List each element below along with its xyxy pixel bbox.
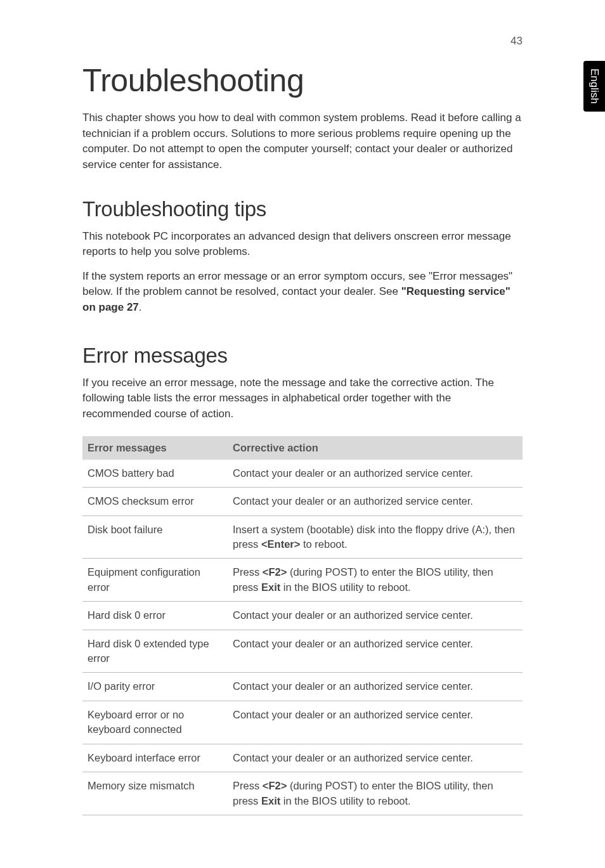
- error-name: Memory size mismatch: [82, 772, 228, 815]
- error-name: CMOS checksum error: [82, 488, 228, 515]
- key-name: <F2>: [263, 780, 287, 791]
- corrective-action: Contact your dealer or an authorized ser…: [228, 602, 523, 630]
- corrective-action: Contact your dealer or an authorized ser…: [228, 744, 523, 772]
- ui-label: Exit: [261, 581, 280, 593]
- corrective-action: Press <F2> (during POST) to enter the BI…: [228, 559, 523, 602]
- text-fragment: in the BIOS utility to reboot.: [280, 795, 410, 806]
- error-name: Hard disk 0 error: [82, 602, 228, 630]
- error-name: Equipment configuration error: [82, 559, 228, 602]
- key-name: <Enter>: [261, 538, 300, 550]
- error-name: Disk boot failure: [82, 515, 228, 559]
- key-name: <F2>: [263, 566, 287, 578]
- table-row: Keyboard interface error Contact your de…: [82, 744, 523, 772]
- error-name: Hard disk 0 extended type error: [82, 630, 228, 673]
- table-row: CMOS battery bad Contact your dealer or …: [82, 460, 523, 488]
- text-fragment: in the BIOS utility to reboot.: [280, 581, 410, 593]
- text-fragment: Press: [233, 780, 263, 791]
- table-row: Keyboard error or no keyboard connected …: [82, 701, 523, 744]
- corrective-action: Contact your dealer or an authorized ser…: [228, 630, 523, 673]
- table-row: CMOS checksum error Contact your dealer …: [82, 488, 523, 515]
- table-row: Equipment configuration error Press <F2>…: [82, 559, 523, 602]
- section-text: If you receive an error message, note th…: [82, 375, 523, 422]
- ui-label: Exit: [261, 795, 280, 806]
- page-number: 43: [511, 35, 523, 48]
- error-name: Keyboard error or no keyboard connected: [82, 701, 228, 744]
- text-fragment: Press: [233, 566, 263, 578]
- corrective-action: Insert a system (bootable) disk into the…: [228, 515, 523, 559]
- table-row: Disk boot failure Insert a system (boota…: [82, 515, 523, 559]
- table-header: Corrective action: [228, 436, 523, 460]
- text-fragment: to reboot.: [300, 538, 347, 550]
- language-tab: English: [583, 61, 605, 112]
- section-heading-error-messages: Error messages: [82, 344, 523, 368]
- error-name: CMOS battery bad: [82, 460, 228, 488]
- error-messages-table: Error messages Corrective action CMOS ba…: [82, 436, 523, 815]
- corrective-action: Contact your dealer or an authorized ser…: [228, 488, 523, 515]
- corrective-action: Contact your dealer or an authorized ser…: [228, 673, 523, 701]
- corrective-action: Contact your dealer or an authorized ser…: [228, 460, 523, 488]
- corrective-action: Press <F2> (during POST) to enter the BI…: [228, 772, 523, 815]
- table-row: Memory size mismatch Press <F2> (during …: [82, 772, 523, 815]
- error-name: I/O parity error: [82, 673, 228, 701]
- table-row: Hard disk 0 extended type error Contact …: [82, 630, 523, 673]
- section-heading-tips: Troubleshooting tips: [82, 197, 523, 221]
- error-name: Keyboard interface error: [82, 744, 228, 772]
- intro-paragraph: This chapter shows you how to deal with …: [82, 110, 523, 173]
- corrective-action: Contact your dealer or an authorized ser…: [228, 701, 523, 744]
- page-title: Troubleshooting: [82, 62, 523, 99]
- text-fragment: .: [139, 301, 142, 313]
- section-text: This notebook PC incorporates an advance…: [82, 229, 523, 260]
- table-row: Hard disk 0 error Contact your dealer or…: [82, 602, 523, 630]
- table-row: I/O parity error Contact your dealer or …: [82, 673, 523, 701]
- table-header: Error messages: [82, 436, 228, 460]
- section-text: If the system reports an error message o…: [82, 269, 523, 316]
